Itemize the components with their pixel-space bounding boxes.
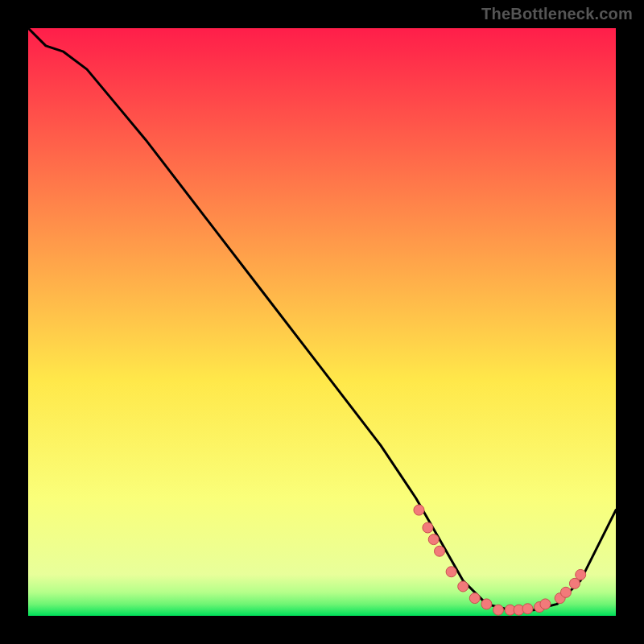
data-dot <box>560 587 571 597</box>
data-dot <box>469 593 480 604</box>
data-dot <box>414 505 424 515</box>
chart-svg <box>28 28 616 616</box>
attribution-text: TheBottleneck.com <box>481 5 633 23</box>
chart-frame: TheBottleneck.com <box>0 0 644 644</box>
data-dot <box>493 605 504 615</box>
data-dot <box>423 522 433 533</box>
data-dot <box>540 599 551 609</box>
data-dot <box>481 599 492 609</box>
data-dot <box>446 567 456 577</box>
data-dot <box>522 604 533 614</box>
gradient-background <box>28 28 616 616</box>
data-dot <box>435 546 445 556</box>
data-dot <box>458 581 469 592</box>
data-dot <box>428 535 439 545</box>
plot-area <box>28 28 616 616</box>
data-dot <box>576 569 586 580</box>
